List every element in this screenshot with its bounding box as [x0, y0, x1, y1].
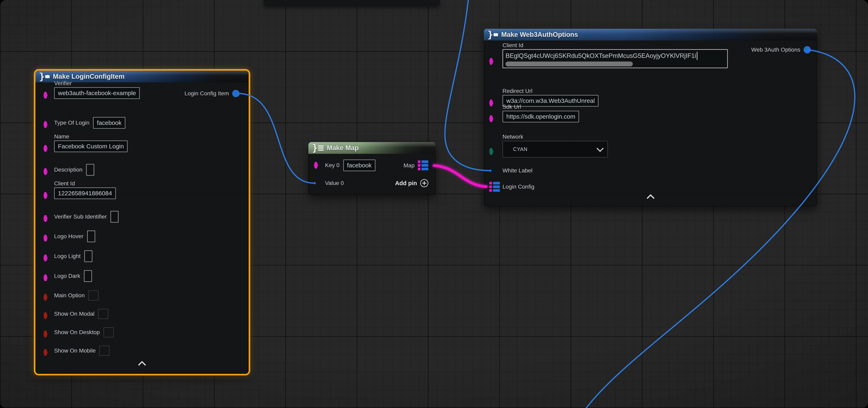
type-of-login-input[interactable]: facebook [93, 117, 125, 129]
login-config-item-output-label: Login Config Item [185, 90, 229, 97]
logo-dark-label: Logo Dark [54, 273, 80, 279]
sdk-url-pin[interactable] [489, 115, 493, 122]
w3a-client-id-input[interactable]: BEglQSgt4cUWcj6SKRdu5QkOXTsePmMcusG5EAoy… [502, 49, 728, 68]
logo-hover-pin-tail [46, 237, 48, 240]
show-on-modal-pin[interactable] [43, 312, 47, 319]
type-of-login-label: Type Of Login [54, 120, 89, 126]
sdk-url-input[interactable]: https://sdk.openlogin.com [502, 111, 579, 123]
logo-hover-pin[interactable] [43, 235, 47, 242]
key0-pin-tail [316, 164, 318, 167]
collapse-node-button[interactable] [647, 194, 655, 202]
logo-light-pin[interactable] [43, 254, 47, 262]
show-on-desktop-pin-tail [46, 333, 48, 336]
main-option-checkbox[interactable] [88, 291, 98, 301]
node-make-map[interactable]: } Make Map Key 0 facebook Map Value 0 Ad… [308, 142, 436, 195]
key0-pin[interactable] [314, 162, 318, 169]
network-pin[interactable] [489, 148, 493, 155]
show-on-mobile-label: Show On Mobile [54, 347, 96, 354]
node-make-login-config-item[interactable]: } Make LoginConfigItem Login Config Item… [35, 71, 249, 374]
w3a-client-id-pin-tail [492, 60, 494, 63]
show-on-modal-pin-tail [46, 314, 48, 317]
type-of-login-pin-tail [46, 123, 48, 126]
value0-label: Value 0 [325, 180, 344, 186]
show-on-modal-label: Show On Modal [54, 311, 94, 317]
show-on-desktop-checkbox[interactable] [103, 327, 114, 337]
description-label: Description [54, 167, 83, 173]
network-pin-tail [492, 150, 494, 153]
logo-light-label: Logo Light [54, 253, 81, 260]
row-login-config-item-output: Login Config Item [185, 90, 240, 97]
show-on-mobile-pin-tail [46, 351, 48, 354]
verifier-pin-tail [46, 94, 48, 97]
name-pin-tail [46, 147, 48, 150]
logo-dark-pin-tail [46, 276, 48, 279]
name-pin[interactable] [43, 145, 47, 152]
logo-hover-input[interactable] [87, 231, 95, 242]
node-title: Make LoginConfigItem [53, 73, 125, 80]
redirect-url-pin-tail [492, 101, 494, 105]
client-id-pin-tail [46, 194, 48, 197]
verifier-sub-identifier-input[interactable] [111, 211, 119, 223]
make-struct-icon: } [488, 30, 498, 39]
map-output-pin-icon[interactable] [418, 161, 428, 170]
sdk-url-pin-tail [492, 117, 494, 121]
description-input[interactable] [86, 164, 94, 176]
blueprint-canvas[interactable]: } Make LoginConfigItem Login Config Item… [0, 0, 868, 408]
map-output-label: Map [404, 162, 414, 169]
description-pin-tail [46, 170, 48, 173]
collapse-node-button[interactable] [138, 361, 146, 369]
logo-dark-pin[interactable] [43, 274, 47, 281]
verifier-sub-identifier-label: Verifier Sub Identifier [54, 213, 107, 220]
show-on-mobile-pin[interactable] [43, 349, 47, 356]
node-header[interactable]: } Make Web3AuthOptions [484, 29, 817, 40]
node-header[interactable]: } Make Map [308, 142, 436, 154]
web3auth-options-output-label: Web 3Auth Options [751, 46, 800, 53]
login-config-item-output-pin[interactable] [232, 90, 240, 97]
network-dropdown[interactable]: CYAN [502, 141, 608, 158]
add-pin-button[interactable]: Add pin [395, 179, 428, 187]
client-id-pin[interactable] [43, 192, 47, 199]
network-selected-value: CYAN [513, 146, 528, 152]
main-option-pin-tail [46, 296, 48, 299]
logo-light-pin-tail [46, 257, 48, 260]
show-on-mobile-checkbox[interactable] [99, 346, 110, 356]
node-title: Make Web3AuthOptions [501, 31, 578, 38]
redirect-url-pin[interactable] [489, 99, 493, 106]
offscreen-node-edge [264, 0, 440, 6]
show-on-desktop-pin[interactable] [43, 331, 47, 338]
verifier-sub-identifier-pin-tail [46, 217, 48, 220]
w3a-client-id-text: BEglQSgt4cUWcj6SKRdu5QkOXTsePmMcusG5EAoy… [505, 52, 696, 60]
logo-light-input[interactable] [84, 250, 92, 262]
logo-dark-input[interactable] [84, 270, 92, 282]
show-on-modal-checkbox[interactable] [98, 309, 108, 319]
key0-input[interactable]: facebook [343, 160, 376, 171]
make-struct-icon: } [39, 72, 50, 81]
scrollbar-thumb[interactable] [505, 62, 633, 66]
name-input[interactable]: Facebook Custom Login [54, 140, 128, 152]
chevron-down-icon [596, 145, 603, 152]
verifier-input[interactable]: web3auth-facebook-example [54, 87, 140, 99]
key0-label: Key 0 [325, 162, 340, 169]
client-id-label: Client Id [54, 180, 75, 187]
w3a-client-id-pin[interactable] [489, 58, 493, 65]
verifier-pin[interactable] [43, 92, 47, 99]
type-of-login-pin[interactable] [43, 121, 47, 128]
add-pin-plus-icon [420, 179, 428, 187]
add-pin-label: Add pin [395, 180, 417, 186]
w3a-client-id-scrollbar[interactable] [505, 62, 725, 66]
logo-hover-label: Logo Hover [54, 233, 84, 240]
verifier-sub-identifier-pin[interactable] [43, 215, 47, 222]
node-make-web3auth-options[interactable]: } Make Web3AuthOptions Web 3Auth Options… [484, 29, 817, 206]
show-on-desktop-label: Show On Desktop [54, 329, 100, 336]
login-config-label: Login Config [502, 183, 534, 190]
map-output-pin[interactable] [418, 161, 428, 170]
verifier-label: Verifier [54, 80, 72, 87]
white-label-label: White Label [502, 167, 532, 174]
name-label: Name [54, 133, 69, 140]
main-option-pin[interactable] [43, 294, 47, 301]
login-config-pin[interactable] [489, 182, 500, 192]
description-pin[interactable] [43, 168, 47, 175]
node-title: Make Map [327, 144, 359, 152]
row-web3auth-options-output: Web 3Auth Options [751, 46, 811, 54]
client-id-input[interactable]: 1222658941886084 [54, 188, 116, 199]
